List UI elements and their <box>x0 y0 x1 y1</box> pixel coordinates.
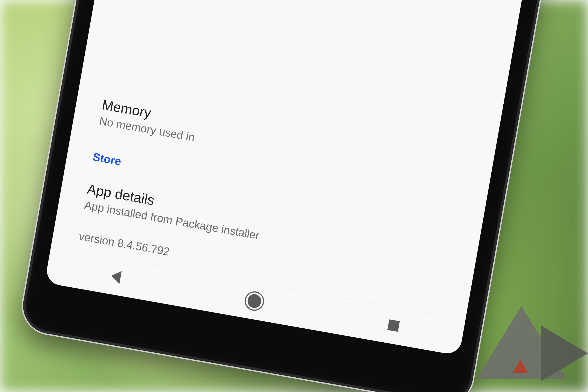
svg-marker-1 <box>541 326 588 381</box>
nav-back-icon[interactable] <box>110 269 122 284</box>
nav-home-icon[interactable] <box>247 293 262 309</box>
nav-recent-icon[interactable] <box>387 319 400 332</box>
watermark-logo-icon <box>476 300 588 392</box>
phone-screen: Memory No memory used in Store App detai… <box>45 0 549 356</box>
